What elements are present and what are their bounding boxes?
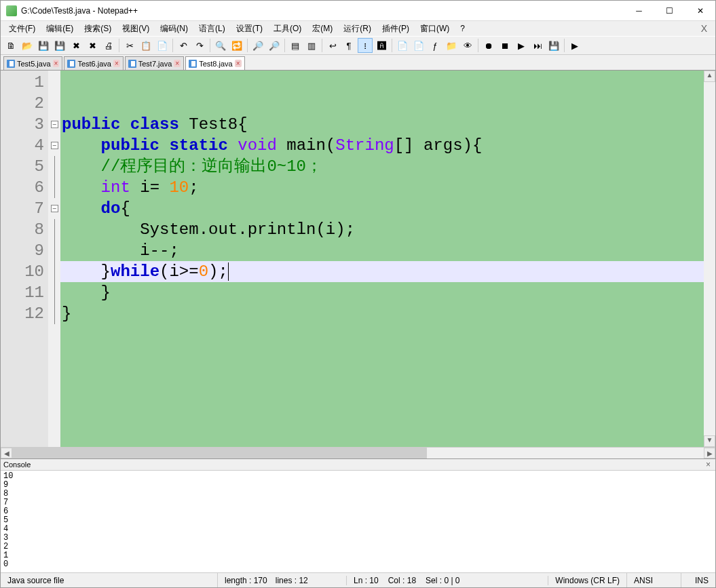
wrap-icon[interactable]: ↩ <box>325 38 340 53</box>
menu-help[interactable]: ? <box>455 22 470 35</box>
replace-icon[interactable]: 🔁 <box>229 38 244 53</box>
console-close-icon[interactable]: × <box>704 460 713 469</box>
paste-icon[interactable]: 📄 <box>155 38 170 53</box>
code-editor[interactable]: public class Test8{ public static void m… <box>60 71 704 447</box>
toolbar-separator <box>172 39 173 52</box>
status-eol: Windows (CR LF) <box>548 573 627 587</box>
toolbar-separator <box>119 39 119 52</box>
scroll-left-icon[interactable]: ◀ <box>1 448 12 458</box>
status-lines: lines : 12 <box>276 576 308 585</box>
close-file-icon[interactable]: ✖ <box>69 38 83 53</box>
scroll-track[interactable] <box>704 82 715 435</box>
scroll-down-icon[interactable]: ▼ <box>704 435 715 447</box>
maximize-button[interactable]: ☐ <box>654 1 685 20</box>
close-button[interactable]: ✕ <box>685 1 715 20</box>
indent-guide-icon[interactable]: ⫶ <box>358 38 373 53</box>
tab-close-icon[interactable]: × <box>53 60 60 67</box>
tab-test8[interactable]: Test8.java × <box>185 56 244 70</box>
file-icon <box>67 60 75 68</box>
file-icon <box>128 60 136 68</box>
doc-list-icon[interactable]: 📄 <box>411 38 426 53</box>
menu-docclose-icon[interactable]: X <box>696 23 713 34</box>
toolbar-separator <box>392 39 392 52</box>
undo-icon[interactable]: ↶ <box>176 38 191 53</box>
title-bar: G:\Code\Test8.java - Notepad++ ─ ☐ ✕ <box>1 1 715 21</box>
menu-bar: 文件(F) 编辑(E) 搜索(S) 视图(V) 编码(N) 语言(L) 设置(T… <box>1 21 715 36</box>
menu-tools[interactable]: 工具(O) <box>268 22 307 36</box>
menu-search[interactable]: 搜索(S) <box>79 22 117 36</box>
status-filetype: Java source file <box>1 573 218 587</box>
zoom-in-icon[interactable]: 🔎 <box>250 38 265 53</box>
fold-column <box>48 71 60 447</box>
status-sel: Sel : 0 | 0 <box>426 576 459 585</box>
menu-edit[interactable]: 编辑(E) <box>41 22 79 36</box>
new-file-icon[interactable]: 🗎 <box>3 38 18 53</box>
user-lang-icon[interactable]: 🅰 <box>374 38 389 53</box>
save-all-icon[interactable]: 💾 <box>52 38 67 53</box>
file-icon <box>7 60 15 68</box>
menu-window[interactable]: 窗口(W) <box>415 22 455 36</box>
menu-language[interactable]: 语言(L) <box>193 22 231 36</box>
code-wrapper: 123456789101112 public class Test8{ publ… <box>1 71 715 447</box>
menu-settings[interactable]: 设置(T) <box>231 22 268 36</box>
cut-icon[interactable]: ✂ <box>122 38 137 53</box>
console-output[interactable]: 109876543210 <box>1 471 715 572</box>
menu-macro[interactable]: 宏(M) <box>307 22 338 36</box>
all-chars-icon[interactable]: ¶ <box>341 38 356 53</box>
play-icon[interactable]: ▶ <box>514 38 529 53</box>
scroll-right-icon[interactable]: ▶ <box>704 448 715 458</box>
toolbar-separator <box>247 39 248 52</box>
tab-label: Test7.java <box>138 60 172 68</box>
horizontal-scrollbar[interactable]: ◀ ▶ <box>1 447 715 458</box>
save-icon[interactable]: 💾 <box>36 38 51 53</box>
run-script-icon[interactable]: ▶ <box>567 38 582 53</box>
console-title: Console <box>3 460 31 469</box>
window-controls: ─ ☐ ✕ <box>624 1 715 20</box>
toolbar-separator <box>478 39 478 52</box>
minimize-button[interactable]: ─ <box>624 1 654 20</box>
scroll-up-icon[interactable]: ▲ <box>704 71 715 82</box>
scroll-track[interactable] <box>12 448 704 458</box>
status-length: length : 170 <box>225 576 267 585</box>
menu-run[interactable]: 运行(R) <box>338 22 377 36</box>
folder-icon[interactable]: 📁 <box>444 38 459 53</box>
close-all-icon[interactable]: ✖ <box>85 38 100 53</box>
open-file-icon[interactable]: 📂 <box>20 38 35 53</box>
status-ln: Ln : 10 <box>354 576 379 585</box>
line-number-gutter: 123456789101112 <box>1 71 48 447</box>
playback-icon[interactable]: ⏭ <box>530 38 545 53</box>
tab-test7[interactable]: Test7.java × <box>125 56 184 70</box>
redo-icon[interactable]: ↷ <box>192 38 207 53</box>
save-macro-icon[interactable]: 💾 <box>546 38 561 53</box>
stop-icon[interactable]: ⏹ <box>497 38 512 53</box>
status-bar: Java source file length : 170 lines : 12… <box>1 572 715 587</box>
record-icon[interactable]: ⏺ <box>481 38 496 53</box>
menu-encoding[interactable]: 编码(N) <box>155 22 193 36</box>
tab-label: Test8.java <box>199 60 233 68</box>
tab-close-icon[interactable]: × <box>174 60 181 67</box>
tab-close-icon[interactable]: × <box>235 60 242 67</box>
tab-label: Test6.java <box>77 60 111 68</box>
print-icon[interactable]: 🖨 <box>101 38 116 53</box>
status-mode: INS <box>681 573 715 587</box>
vertical-scrollbar[interactable]: ▲ ▼ <box>704 71 715 447</box>
monitor-icon[interactable]: 👁 <box>460 38 475 53</box>
editor-area: 123456789101112 public class Test8{ publ… <box>1 70 715 458</box>
tab-test6[interactable]: Test6.java × <box>64 56 123 70</box>
tab-label: Test5.java <box>17 60 51 68</box>
sync-horiz-icon[interactable]: ▥ <box>304 38 319 53</box>
sync-vert-icon[interactable]: ▤ <box>288 38 303 53</box>
tab-test5[interactable]: Test5.java × <box>3 56 62 70</box>
menu-plugins[interactable]: 插件(P) <box>377 22 415 36</box>
func-list-icon[interactable]: ƒ <box>428 38 442 53</box>
doc-map-icon[interactable]: 📄 <box>395 38 410 53</box>
tab-close-icon[interactable]: × <box>113 60 120 67</box>
scroll-thumb[interactable] <box>12 448 427 458</box>
toolbar: 🗎 📂 💾 💾 ✖ ✖ 🖨 ✂ 📋 📄 ↶ ↷ 🔍 🔁 🔎 🔎 ▤ ▥ ↩ ¶ … <box>1 36 715 55</box>
menu-file[interactable]: 文件(F) <box>3 22 41 36</box>
find-icon[interactable]: 🔍 <box>213 38 228 53</box>
zoom-out-icon[interactable]: 🔎 <box>267 38 282 53</box>
menu-view[interactable]: 视图(V) <box>117 22 155 36</box>
copy-icon[interactable]: 📋 <box>138 38 153 53</box>
status-encoding: ANSI <box>627 573 681 587</box>
